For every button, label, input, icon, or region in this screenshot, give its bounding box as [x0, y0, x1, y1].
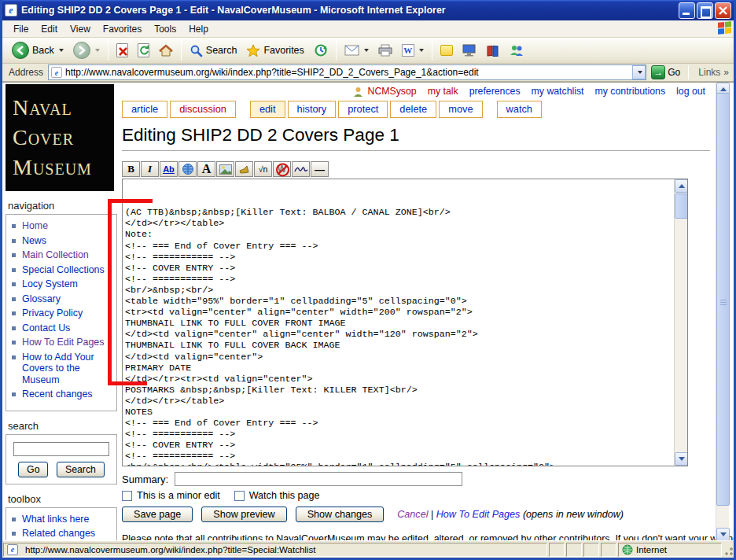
minor-edit-checkbox[interactable] [122, 491, 132, 501]
links-label[interactable]: Links [698, 67, 720, 78]
math-formula-button[interactable]: √n [254, 161, 272, 177]
nav-link[interactable]: Recent changes [22, 389, 93, 400]
page-tab[interactable]: discussion [170, 101, 236, 118]
external-link-globe-button[interactable] [178, 161, 197, 177]
menu-item[interactable]: Tools [148, 22, 182, 36]
internal-link-button[interactable]: Ab [160, 161, 178, 177]
mail-button[interactable] [340, 39, 374, 61]
bold-button[interactable]: B [122, 161, 140, 177]
messenger-button[interactable] [505, 39, 528, 61]
show-changes-button[interactable]: Show changes [296, 507, 385, 522]
personal-link[interactable]: preferences [469, 86, 521, 97]
address-dropdown-button[interactable] [632, 65, 646, 79]
horizontal-rule-button[interactable]: — [311, 161, 329, 177]
personal-link[interactable]: my watchlist [532, 86, 584, 97]
resize-grip[interactable] [723, 543, 734, 557]
page-tab[interactable]: edit [250, 101, 285, 118]
textarea-scrollbar[interactable] [674, 179, 687, 466]
search-portlet: search Go Search [6, 420, 117, 484]
watch-page-label[interactable]: Watch this page [249, 490, 320, 501]
embedded-image-button[interactable] [216, 161, 234, 177]
watch-page-checkbox[interactable] [234, 491, 245, 501]
headline-button[interactable]: A [197, 161, 215, 177]
toolbox-link[interactable]: Related changes [22, 528, 95, 539]
page-tab[interactable]: history [288, 101, 337, 118]
search-search-button[interactable]: Search [57, 462, 105, 477]
home-button[interactable] [154, 39, 178, 61]
nowiki-button[interactable]: W [273, 161, 291, 177]
cancel-link[interactable]: Cancel [397, 509, 428, 520]
page-scroll-thumb[interactable] [716, 93, 730, 506]
menu-item[interactable]: Favorites [97, 22, 148, 36]
edit-with-word-button[interactable]: W [397, 39, 429, 61]
textarea-scroll-thumb[interactable] [675, 193, 688, 219]
print-button[interactable] [374, 39, 397, 61]
logo-line: Cover [13, 123, 114, 152]
personal-link[interactable]: NCMSysop [368, 86, 417, 97]
nav-link[interactable]: Contact Us [22, 322, 70, 333]
close-button[interactable] [715, 2, 731, 19]
site-logo[interactable]: NavalCoverMuseum [6, 84, 114, 191]
research-books-button[interactable] [481, 39, 505, 61]
nav-link[interactable]: Special Collections [22, 264, 105, 275]
nav-link[interactable]: How To Edit Pages [22, 337, 104, 348]
page-scroll-down-icon[interactable] [716, 528, 730, 540]
nav-link[interactable]: Privacy Policy [22, 308, 83, 319]
page-tab[interactable]: delete [390, 101, 436, 118]
scroll-up-icon[interactable] [675, 179, 688, 193]
show-preview-button[interactable]: Show preview [201, 507, 286, 522]
back-button[interactable]: Back [7, 39, 68, 61]
media-file-button[interactable] [235, 161, 253, 177]
nav-link[interactable]: Glossary [22, 293, 61, 304]
minor-edit-label[interactable]: This is a minor edit [137, 490, 220, 501]
menu-item[interactable]: View [64, 22, 97, 36]
wikitext-textarea[interactable]: (AC TTB)&nbsp;&nbsp;[Killer Text: BALBOA… [122, 179, 688, 466]
personal-link[interactable]: my talk [428, 86, 458, 97]
go-arrow-icon: → [651, 65, 665, 79]
nav-link[interactable]: News [22, 235, 46, 246]
scroll-down-icon[interactable] [675, 452, 688, 466]
menu-item[interactable]: File [7, 22, 35, 36]
save-page-button[interactable]: Save page [122, 507, 193, 522]
page-tab[interactable]: article [122, 101, 167, 118]
search-go-button[interactable]: Go [18, 462, 48, 477]
refresh-button[interactable] [133, 39, 154, 61]
nav-link[interactable]: How to Add Your Covers to the Museum [22, 352, 94, 385]
edit-notice: Please note that all contributions to Na… [122, 532, 710, 540]
discuss-button[interactable] [436, 39, 458, 61]
how-to-edit-link[interactable]: How To Edit Pages [436, 509, 521, 520]
personal-link[interactable]: log out [676, 86, 705, 97]
menu-item[interactable]: Edit [35, 22, 64, 36]
page-tab[interactable]: protect [338, 101, 388, 118]
summary-input[interactable] [175, 472, 462, 486]
maximize-button[interactable] [697, 2, 713, 19]
address-input[interactable]: e http://www.navalcovermuseum.org/wiki/i… [48, 64, 646, 80]
messenger-screen-button[interactable] [458, 39, 481, 61]
window-title: Editing SHIP2 DD 2 Covers Page 1 - Edit … [21, 5, 679, 16]
favorites-button[interactable]: Favorites [241, 39, 308, 61]
status-page-icon: e [7, 544, 18, 555]
personal-link[interactable]: my contributions [595, 86, 666, 97]
links-chevron-icon[interactable]: » [723, 67, 729, 78]
history-button[interactable] [309, 39, 333, 61]
stop-button[interactable] [112, 39, 133, 61]
annotation-spine [108, 199, 112, 385]
toolbox-link[interactable]: What links here [22, 514, 89, 525]
search-button[interactable]: Search [185, 39, 242, 61]
toolbox-header: toolbox [8, 493, 117, 505]
nav-link[interactable]: Locy System [22, 278, 78, 289]
signature-button[interactable] [292, 161, 310, 177]
go-button[interactable]: → Go [651, 65, 680, 79]
page-tab[interactable]: watch [497, 101, 542, 118]
sidebar: NavalCoverMuseum navigation HomeNewsMain… [6, 84, 117, 540]
forward-button[interactable] [68, 39, 105, 61]
page-viewport: NavalCoverMuseum navigation HomeNewsMain… [2, 82, 734, 540]
page-tab[interactable]: move [439, 101, 482, 118]
page-scrollbar[interactable] [716, 83, 729, 540]
nav-link[interactable]: Home [22, 220, 48, 231]
minimize-button[interactable] [679, 2, 695, 19]
italic-button[interactable]: I [141, 161, 159, 177]
nav-link[interactable]: Main Collection [22, 249, 89, 260]
sidebar-search-input[interactable] [13, 442, 109, 456]
menu-item[interactable]: Help [182, 22, 215, 36]
